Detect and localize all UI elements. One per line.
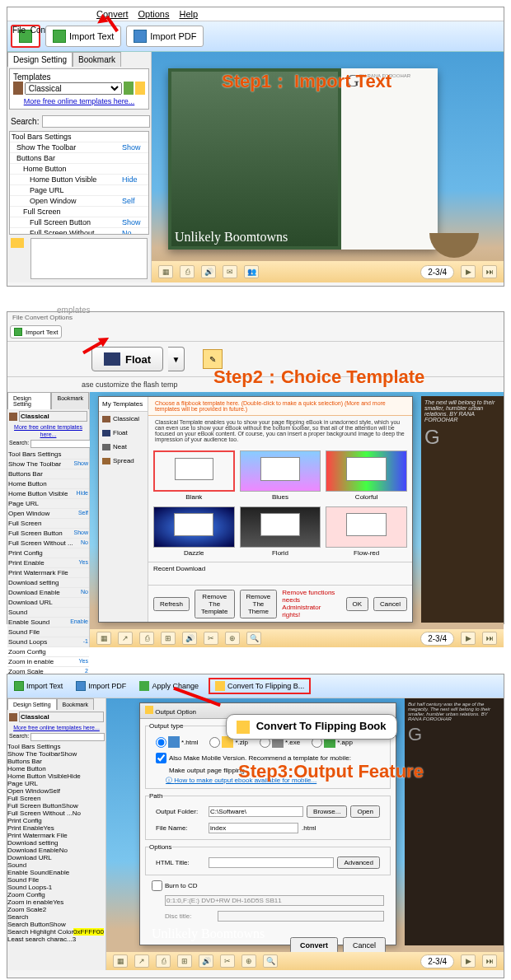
boat-decoration — [429, 233, 479, 258]
html-title-input[interactable] — [209, 857, 334, 868]
btn-cancel[interactable]: Cancel — [373, 597, 407, 611]
dlg-info: Classical Template enables you to show y… — [148, 416, 412, 446]
refresh-icon[interactable] — [124, 82, 134, 95]
float-book-icon — [104, 352, 120, 366]
cd-drive-input — [165, 895, 384, 906]
import-pdf-icon — [134, 30, 147, 43]
step1-label: Step1： Import Text — [222, 69, 391, 94]
side-classical[interactable]: Classical — [99, 412, 148, 426]
sound-btn[interactable]: 🔊 — [201, 265, 216, 278]
cutoff-emplates: emplates — [57, 306, 91, 315]
menu-options[interactable]: Options — [138, 9, 170, 19]
menu-bar: Convert Options Help — [7, 7, 504, 21]
template-dialog: My Templates Classical Float Neat Spread… — [98, 396, 413, 623]
memo-icon — [11, 238, 24, 248]
next-btn[interactable]: ▶ — [461, 265, 476, 278]
left-panel: Design Setting Bookmark Templates Classi… — [7, 52, 152, 282]
book-preview[interactable]: Unlikely Boomtowns G BY RANA FOROOHAR — [168, 68, 438, 250]
float-dropdown[interactable]: ▼ — [168, 347, 185, 371]
p3-book-right: But half century was the age of the mega… — [405, 698, 504, 945]
tpl-dazzle[interactable]: Dazzle — [153, 506, 235, 558]
import-text-button[interactable]: Import Text — [45, 26, 121, 47]
tab-bookmark[interactable]: Bookmark — [73, 52, 121, 67]
tpl-florid[interactable]: Florid — [240, 506, 321, 558]
import-text-icon — [53, 30, 66, 43]
tpl-flowred[interactable]: Flow-red — [326, 506, 407, 558]
recent-download: Recent Download — [148, 562, 412, 585]
p3-convert-btn[interactable]: Convert To Flipping B... — [209, 678, 311, 694]
type-html[interactable]: *.html — [156, 736, 198, 748]
share-btn[interactable]: 👥 — [244, 265, 259, 278]
btn-ok[interactable]: OK — [346, 597, 369, 611]
template-select[interactable]: Classical — [25, 82, 123, 95]
p2-settings-tree[interactable]: Design SettingBookmark Classical More fr… — [7, 392, 90, 647]
menu-convert[interactable]: Convert — [14, 9, 129, 19]
convert-icon — [237, 721, 250, 734]
book-title: Unlikely Boomtowns — [175, 230, 288, 245]
dlg-tab-mytemplates[interactable]: My Templates — [99, 397, 148, 412]
book-right-page: The next will belong to their smaller, h… — [421, 396, 504, 623]
btn-remove-theme[interactable]: Remove The Theme — [240, 590, 278, 618]
p3-import-pdf[interactable]: Import PDF — [73, 679, 129, 693]
folder-icon[interactable] — [135, 82, 145, 95]
side-spread[interactable]: Spread — [99, 454, 148, 468]
search-label: Search: — [11, 117, 39, 126]
last-btn[interactable]: ⏭ — [482, 265, 497, 278]
p3-import-text[interactable]: Import Text — [11, 679, 66, 693]
tab-design[interactable]: Design Setting — [7, 52, 73, 67]
book-icon — [13, 82, 23, 95]
disc-title-input — [218, 911, 384, 922]
open-button[interactable]: Open — [350, 805, 380, 818]
p3-apply[interactable]: Apply Change — [136, 679, 202, 693]
menu-help[interactable]: Help — [179, 9, 198, 19]
step2-label: Step2：Choice Template — [213, 365, 424, 390]
cancel-button[interactable]: Cancel — [343, 937, 386, 954]
p3-toolbar: Import Text Import PDF Apply Change Conv… — [7, 674, 504, 698]
print-btn[interactable]: ⎙ — [180, 265, 195, 278]
p3-settings-tree[interactable]: Design SettingBookmark Classical More fr… — [7, 698, 106, 970]
p3-book-title: Unlikely Boomtowns — [152, 926, 265, 941]
convert-button[interactable]: Convert — [290, 937, 338, 954]
float-button[interactable]: Float — [91, 347, 163, 371]
admin-warning: Remove functions needs Administrator rig… — [282, 589, 335, 618]
burn-cd-check[interactable]: Burn to CD — [145, 879, 391, 893]
mail-btn[interactable]: ✉ — [223, 265, 237, 278]
side-float[interactable]: Float — [99, 426, 148, 440]
btn-refresh[interactable]: Refresh — [153, 597, 190, 611]
page-bar: ▦ ⎙ 🔊 ✉ 👥 2-3/4 ▶ ⏭ — [152, 261, 504, 282]
filename-input[interactable] — [209, 823, 298, 833]
output-folder-input[interactable] — [209, 806, 303, 817]
dlg-tip: Choose a flipbook template here. (Double… — [148, 397, 412, 416]
thumb-btn[interactable]: ▦ — [158, 265, 173, 278]
tpl-colorful[interactable]: Colorful — [326, 450, 407, 502]
convert-callout: Convert To Flipping Book — [226, 714, 397, 740]
btn-remove-template[interactable]: Remove The Template — [195, 590, 235, 618]
main-toolbar: Import Text Import PDF — [7, 21, 504, 52]
p2-import-text[interactable]: Import Text — [10, 325, 62, 338]
menu-file[interactable]: File Con — [12, 26, 45, 35]
settings-tree[interactable]: Tool Bars Settings Show The ToolbarShow … — [9, 131, 149, 235]
import-pdf-button[interactable]: Import PDF — [126, 26, 204, 47]
side-neat[interactable]: Neat — [99, 440, 148, 454]
browse-button[interactable]: Browse... — [307, 805, 347, 818]
search-input[interactable] — [42, 115, 150, 128]
advanced-button[interactable]: Advanced — [337, 856, 380, 869]
templates-label: Templates — [13, 72, 145, 82]
step3-label: Step3:Output Feature — [238, 761, 424, 782]
memo-textarea[interactable] — [30, 238, 148, 279]
tpl-blank[interactable]: Blank — [153, 450, 235, 502]
more-templates-link[interactable]: More free online templates here... — [24, 97, 135, 105]
tpl-blues[interactable]: Blues — [240, 450, 321, 502]
page-number: 2-3/4 — [420, 265, 454, 279]
